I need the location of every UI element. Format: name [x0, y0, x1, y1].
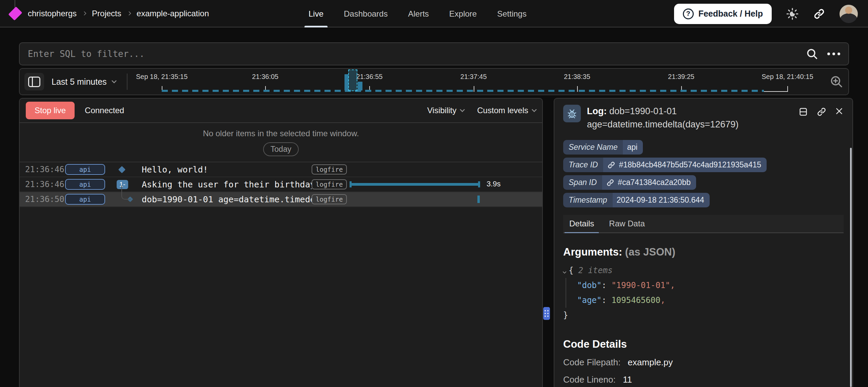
close-panel-button[interactable] — [835, 107, 844, 116]
timeline-tick-label: 21:37:45 — [460, 73, 487, 81]
meta-service-name: Service Name api — [563, 140, 643, 155]
json-comma: , — [660, 296, 665, 305]
scrollbar-thumb[interactable] — [850, 148, 852, 387]
link-icon — [816, 107, 827, 117]
split-panel-icon — [798, 107, 808, 117]
tab-dashboards[interactable]: Dashboards — [334, 0, 398, 27]
span-duration-bar — [350, 181, 480, 187]
bug-icon — [566, 107, 578, 120]
empty-state-message: No older items in the selected time wind… — [203, 129, 359, 138]
detail-header: Log: dob=1990-01-01 age=datetime.timedel… — [563, 105, 844, 131]
chevron-down-icon — [460, 107, 465, 112]
visibility-dropdown[interactable]: Visibility — [427, 106, 464, 115]
json-comma: , — [670, 281, 675, 290]
custom-levels-label: Custom levels — [477, 106, 528, 115]
logfire-tag[interactable]: logfire — [312, 179, 347, 189]
code-filepath-row: Code Filepath: example.py — [563, 357, 844, 368]
meta-label: Service Name — [563, 140, 623, 155]
timeline-tick-label: Sep 18, 21:40:15 — [762, 73, 813, 81]
tab-explore[interactable]: Explore — [439, 0, 487, 27]
search-icon[interactable] — [806, 47, 818, 60]
timeline-selection-region[interactable] — [348, 69, 357, 91]
panel-layout-icon — [28, 77, 40, 87]
json-body: "dob": "1990-01-01", "age": 1095465600, — [566, 278, 844, 308]
tab-details[interactable]: Details — [563, 215, 600, 232]
sun-moon-icon — [786, 7, 799, 20]
meta-span-id[interactable]: Span ID #ca741384ca2a20bb — [563, 175, 696, 190]
json-close-brace: } — [563, 310, 568, 320]
meta-label: Span ID — [563, 175, 602, 190]
service-pill[interactable]: api — [65, 179, 105, 190]
service-pill[interactable]: api — [65, 194, 105, 205]
service-pill[interactable]: api — [65, 164, 105, 175]
log-point-marker — [477, 196, 480, 203]
trace-id-value: #18b84cb4847b5d574c4ad9121935a415 — [619, 160, 761, 169]
histogram-bar — [344, 74, 349, 90]
json-root-line[interactable]: {2 items — [563, 263, 844, 278]
timeline-tick-label: 21:39:25 — [668, 73, 694, 81]
custom-levels-dropdown[interactable]: Custom levels — [477, 106, 536, 115]
split-view-button[interactable] — [798, 107, 808, 117]
chevron-right-icon — [127, 11, 131, 16]
meta-value: api — [623, 140, 643, 155]
empty-state: No older items in the selected time wind… — [20, 123, 542, 162]
more-options-icon[interactable] — [827, 53, 840, 55]
close-icon — [835, 107, 844, 116]
tab-live[interactable]: Live — [298, 0, 334, 27]
tab-alerts-label: Alerts — [408, 9, 429, 19]
log-message: dob=1990-01-01 age=datetime.timede — [142, 195, 312, 204]
log-message: Asking the user for their birthday — [142, 180, 312, 189]
meta-trace-id[interactable]: Trace ID #18b84cb4847b5d574c4ad9121935a4… — [563, 158, 767, 172]
sidebar-toggle-button[interactable] — [24, 73, 44, 90]
logfire-app: christophergs Projects example-applicati… — [0, 0, 868, 387]
log-time: 21:36:46 — [25, 165, 65, 174]
share-link-button[interactable] — [813, 8, 825, 20]
json-entry: "dob": "1990-01-01", — [577, 278, 844, 293]
breadcrumb-project[interactable]: example-application — [137, 9, 209, 18]
log-row[interactable]: 21:36:46 api 1- Asking the user for thei… — [20, 177, 542, 192]
tab-settings[interactable]: Settings — [487, 0, 537, 27]
log-row-selected[interactable]: 21:36:50 api dob=1990-01-01 age=datetime… — [20, 192, 542, 207]
logfire-tag[interactable]: logfire — [312, 164, 347, 175]
logfire-logo-icon[interactable] — [8, 6, 22, 20]
log-time: 21:36:50 — [25, 195, 65, 204]
today-button[interactable]: Today — [263, 142, 299, 156]
time-range-bar: Last 5 minutes Sep 18, 21:35:15 21:36:05… — [19, 68, 849, 95]
arguments-heading-suffix: (as JSON) — [625, 246, 675, 258]
meta-value: #ca741384ca2a20bb — [602, 175, 696, 190]
sql-filter-input[interactable] — [28, 49, 806, 59]
feedback-help-button[interactable]: ? Feedback / Help — [674, 4, 772, 24]
json-key: "dob" — [577, 281, 601, 290]
tab-live-label: Live — [309, 9, 323, 19]
theme-toggle-button[interactable] — [786, 7, 799, 20]
copy-link-button[interactable] — [816, 107, 827, 117]
meta-value: #18b84cb4847b5d574c4ad9121935a415 — [603, 158, 767, 172]
live-log-panel: Stop live Connected Visibility Custom le… — [19, 98, 543, 387]
duration-column: 3.9s — [347, 177, 537, 192]
timeline-tick-label: Sep 18, 21:35:15 — [136, 73, 188, 81]
json-viewer: {2 items "dob": "1990-01-01", "age": 109… — [563, 263, 844, 323]
meta-label: Trace ID — [563, 158, 603, 172]
json-entry: "age": 1095465600, — [577, 293, 844, 308]
collapse-caret-icon[interactable] — [563, 270, 566, 273]
timeline-track[interactable]: Sep 18, 21:35:15 21:36:05 21:36:55 21:37… — [131, 69, 821, 95]
breadcrumb-projects[interactable]: Projects — [92, 9, 121, 18]
user-avatar[interactable] — [840, 5, 858, 23]
time-range-label: Last 5 minutes — [52, 77, 107, 87]
time-range-dropdown[interactable]: Last 5 minutes — [44, 77, 123, 87]
meta-value: 2024-09-18 21:36:50.644 — [613, 193, 710, 207]
top-right-actions: ? Feedback / Help — [674, 0, 858, 27]
log-row[interactable]: 21:36:46 api Hello, world! logfire — [20, 162, 542, 177]
code-filepath-label: Code Filepath: — [563, 357, 620, 367]
tab-alerts[interactable]: Alerts — [398, 0, 439, 27]
zoom-in-button[interactable] — [829, 75, 844, 89]
breadcrumb-org[interactable]: christophergs — [28, 9, 77, 18]
tree-connector — [121, 185, 131, 200]
logfire-tag[interactable]: logfire — [312, 194, 347, 204]
panel-resize-handle[interactable] — [543, 307, 550, 320]
stop-live-button[interactable]: Stop live — [26, 102, 75, 119]
tab-raw-data[interactable]: Raw Data — [603, 215, 651, 232]
link-icon — [607, 161, 615, 169]
code-lineno-row: Code Lineno: 11 — [563, 374, 844, 385]
live-panel-header: Stop live Connected Visibility Custom le… — [20, 99, 542, 123]
